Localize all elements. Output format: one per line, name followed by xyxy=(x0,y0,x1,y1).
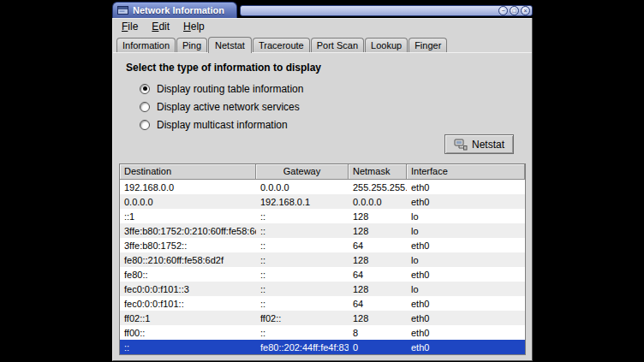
cell: 192.168.0.1 xyxy=(256,197,349,207)
netstat-button-label: Netstat xyxy=(472,139,504,151)
cell: :: xyxy=(256,255,349,265)
cell: eth0 xyxy=(407,313,525,323)
cell: :: xyxy=(120,342,256,353)
menu-item-edit[interactable]: Edit xyxy=(145,18,176,35)
radio-label: Display multicast information xyxy=(157,119,288,131)
menu-bar: FileEditHelp xyxy=(113,18,532,35)
cell: :: xyxy=(256,328,349,338)
cell: 192.168.0.0 xyxy=(120,182,256,193)
cell: 8 xyxy=(349,328,407,338)
table-row[interactable]: ff00::::8eth0 xyxy=(120,325,525,340)
table-row[interactable]: 192.168.0.00.0.0.0255.255.255.0eth0 xyxy=(120,180,525,194)
cell: fec0:0:0:f101::3 xyxy=(120,284,256,294)
cell: eth0 xyxy=(407,182,525,193)
cell: 128 xyxy=(349,255,407,265)
network-information-window: Network Information −□× FileEditHelp Inf… xyxy=(112,2,533,360)
tab-netstat[interactable]: Netstat xyxy=(208,37,252,53)
cell: fe80::202:44ff:fe4f:83e1 xyxy=(256,342,349,353)
cell: lo xyxy=(407,255,525,265)
window-close-button[interactable]: × xyxy=(521,6,530,15)
tab-port-scan[interactable]: Port Scan xyxy=(311,38,364,52)
cell: 128 xyxy=(349,211,407,222)
table-row[interactable]: fec0:0:0:f101::3::128lo xyxy=(120,282,525,296)
section-label: Select the type of information to displa… xyxy=(126,62,526,74)
cell: 3ffe:b80:1752:: xyxy=(120,240,256,251)
cell: eth0 xyxy=(407,328,525,338)
table-row[interactable]: 0.0.0.0192.168.0.10.0.0.0eth0 xyxy=(120,194,525,209)
radio-option-display-active-network-services[interactable]: Display active network services xyxy=(140,98,526,116)
cell: ff02:: xyxy=(256,313,349,323)
cell: 3ffe:b80:1752:0:210:60ff:fe58:6d2f xyxy=(120,226,256,236)
radio-selected-icon xyxy=(140,84,150,94)
window-maximize-button[interactable]: □ xyxy=(510,6,519,15)
cell: 0 xyxy=(349,342,407,353)
cell: :: xyxy=(256,299,349,309)
cell: 128 xyxy=(349,313,407,323)
table-row[interactable]: 3ffe:b80:1752:0:210:60ff:fe58:6d2f::128l… xyxy=(120,223,525,238)
table-row[interactable]: fe80::210:60ff:fe58:6d2f::128lo xyxy=(120,252,525,267)
table-row[interactable]: ::1::128lo xyxy=(120,209,525,223)
radio-label: Display routing table information xyxy=(157,83,303,95)
window-icon xyxy=(117,5,128,15)
cell: ff00:: xyxy=(120,328,256,338)
table-row[interactable]: ::fe80::202:44ff:fe4f:83e10eth0 xyxy=(120,340,525,354)
window-minimize-button[interactable]: − xyxy=(498,6,508,15)
titlebar-strip: −□× xyxy=(240,5,533,16)
cell: ::1 xyxy=(120,211,256,222)
tab-ping[interactable]: Ping xyxy=(176,38,207,52)
menu-item-help[interactable]: Help xyxy=(176,18,212,35)
cell: lo xyxy=(407,226,525,236)
cell: fe80::210:60ff:fe58:6d2f xyxy=(120,255,256,265)
cell: lo xyxy=(407,284,525,294)
cell: 0.0.0.0 xyxy=(120,197,256,207)
cell: ff02::1 xyxy=(120,313,256,323)
column-header-interface[interactable]: Interface xyxy=(407,164,525,180)
radio-option-display-multicast-information[interactable]: Display multicast information xyxy=(140,116,526,134)
column-header-netmask[interactable]: Netmask xyxy=(349,164,407,180)
cell: 128 xyxy=(349,284,407,294)
tab-lookup[interactable]: Lookup xyxy=(365,38,408,52)
column-header-gateway[interactable]: Gateway xyxy=(256,164,349,180)
cell: 64 xyxy=(349,240,407,251)
tab-information[interactable]: Information xyxy=(116,38,176,52)
cell: eth0 xyxy=(407,342,525,353)
radio-dot xyxy=(143,86,147,91)
tab-traceroute[interactable]: Traceroute xyxy=(253,38,310,52)
cell: 0.0.0.0 xyxy=(349,197,407,207)
cell: :: xyxy=(256,226,349,236)
button-row: Netstat xyxy=(119,134,514,154)
cell: eth0 xyxy=(407,240,525,251)
cell: eth0 xyxy=(407,270,525,280)
radio-option-display-routing-table-information[interactable]: Display routing table information xyxy=(140,80,526,98)
routing-table: DestinationGatewayNetmaskInterface 192.1… xyxy=(119,163,526,355)
column-header-destination[interactable]: Destination xyxy=(120,164,256,180)
window-title: Network Information xyxy=(133,5,224,15)
titlebar[interactable]: Network Information −□× xyxy=(112,2,533,18)
titlebar-tab: Network Information xyxy=(112,2,237,18)
table-body: 192.168.0.00.0.0.0255.255.255.0eth00.0.0… xyxy=(120,180,525,354)
cell: fec0:0:0:f101:: xyxy=(120,299,256,309)
radio-unselected-icon xyxy=(140,102,150,112)
table-row[interactable]: fec0:0:0:f101::::64eth0 xyxy=(120,296,525,311)
netstat-icon xyxy=(454,138,468,151)
radio-group: Display routing table informationDisplay… xyxy=(140,80,526,134)
cell: fe80:: xyxy=(120,270,256,280)
cell: :: xyxy=(256,284,349,294)
window-body: FileEditHelp InformationPingNetstatTrace… xyxy=(112,18,533,361)
table-row[interactable]: fe80::::64eth0 xyxy=(120,267,525,282)
cell: 0.0.0.0 xyxy=(256,182,349,193)
cell: 64 xyxy=(349,270,407,280)
tab-bar: InformationPingNetstatTraceroutePort Sca… xyxy=(113,35,532,52)
radio-unselected-icon xyxy=(140,120,150,130)
cell: 255.255.255.0 xyxy=(349,182,407,193)
cell: :: xyxy=(256,270,349,280)
tab-finger[interactable]: Finger xyxy=(408,38,447,52)
table-row[interactable]: 3ffe:b80:1752::::64eth0 xyxy=(120,238,525,252)
menu-item-file[interactable]: File xyxy=(115,18,145,35)
netstat-button[interactable]: Netstat xyxy=(444,134,514,154)
cell: 64 xyxy=(349,299,407,309)
cell: :: xyxy=(256,240,349,251)
table-row[interactable]: ff02::1ff02::128eth0 xyxy=(120,311,525,325)
radio-label: Display active network services xyxy=(157,101,300,113)
table-header: DestinationGatewayNetmaskInterface xyxy=(120,164,525,180)
